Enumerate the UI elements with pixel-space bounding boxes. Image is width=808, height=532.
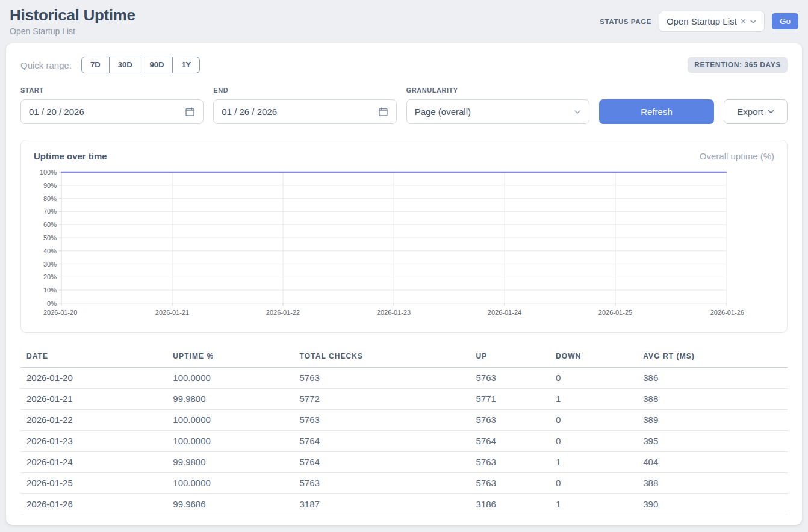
- table-row: 2026-01-2699.9686318731861390: [20, 494, 788, 515]
- start-date-input[interactable]: 01 / 20 / 2026: [20, 99, 204, 124]
- refresh-button[interactable]: Refresh: [599, 99, 714, 124]
- table-cell: 99.9800: [167, 389, 293, 410]
- status-page-label: STATUS PAGE: [600, 18, 651, 25]
- column-header-uptime: UPTIME %: [167, 347, 293, 368]
- chart-legend: Overall uptime (%): [700, 151, 774, 161]
- svg-text:90%: 90%: [43, 182, 57, 189]
- page-header: Historical Uptime Open Startup List STAT…: [0, 0, 808, 43]
- table-cell: 390: [637, 494, 788, 515]
- table-cell: 5763: [294, 410, 470, 431]
- table-cell: 389: [637, 410, 788, 431]
- table-cell: 0: [550, 368, 637, 389]
- export-button-label: Export: [737, 107, 763, 117]
- table-cell: 5763: [470, 473, 550, 494]
- table-cell: 3187: [294, 494, 470, 515]
- table-cell: 5764: [294, 452, 470, 473]
- table-cell: 1: [550, 389, 637, 410]
- quick-range-button-1y[interactable]: 1Y: [173, 57, 200, 73]
- calendar-icon[interactable]: [378, 107, 388, 117]
- table-header-row: DATEUPTIME %TOTAL CHECKSUPDOWNAVG RT (MS…: [20, 347, 788, 368]
- table-cell: 5764: [294, 431, 470, 452]
- column-header-date: DATE: [20, 347, 167, 368]
- table-cell: 5763: [470, 452, 550, 473]
- svg-text:2026-01-21: 2026-01-21: [155, 309, 189, 316]
- table-cell: 100.0000: [167, 410, 293, 431]
- table-cell: 100.0000: [167, 368, 293, 389]
- column-header-up: UP: [470, 347, 550, 368]
- end-date-value: 01 / 26 / 2026: [222, 107, 277, 117]
- retention-badge: RETENTION: 365 DAYS: [688, 57, 788, 73]
- table-row: 2026-01-23100.0000576457640395: [20, 431, 788, 452]
- table-cell: 5763: [294, 368, 470, 389]
- table-row: 2026-01-2199.9800577257711388: [20, 389, 788, 410]
- granularity-field-wrap: GRANULARITY Page (overall): [406, 87, 589, 124]
- table-cell: 5763: [470, 410, 550, 431]
- main-panel: Quick range: 7D30D90D1Y RETENTION: 365 D…: [6, 43, 802, 525]
- table-cell: 99.9800: [167, 452, 293, 473]
- table-cell: 5763: [294, 473, 470, 494]
- table-cell: 388: [637, 473, 788, 494]
- table-cell: 5772: [294, 389, 470, 410]
- svg-text:20%: 20%: [43, 273, 57, 280]
- start-date-value: 01 / 20 / 2026: [29, 107, 84, 117]
- column-header-total-checks: TOTAL CHECKS: [294, 347, 470, 368]
- table-cell: 2026-01-23: [20, 431, 167, 452]
- end-date-input[interactable]: 01 / 26 / 2026: [213, 99, 396, 124]
- table-cell: 2026-01-20: [20, 368, 167, 389]
- svg-text:80%: 80%: [43, 195, 57, 202]
- svg-text:2026-01-24: 2026-01-24: [488, 309, 521, 316]
- quick-range-button-7d[interactable]: 7D: [81, 57, 110, 73]
- calendar-icon[interactable]: [185, 107, 195, 117]
- svg-text:30%: 30%: [43, 261, 57, 268]
- table-row: 2026-01-22100.0000576357630389: [20, 410, 788, 431]
- svg-text:60%: 60%: [43, 221, 57, 228]
- svg-text:2026-01-20: 2026-01-20: [43, 309, 77, 316]
- uptime-line-chart: 0%10%20%30%40%50%60%70%80%90%100%2026-01…: [34, 165, 745, 329]
- table-row: 2026-01-25100.0000576357630388: [20, 473, 788, 494]
- table-cell: 5771: [470, 389, 550, 410]
- title-block: Historical Uptime Open Startup List: [10, 6, 135, 36]
- table-cell: 386: [637, 368, 788, 389]
- granularity-selected-value: Page (overall): [415, 107, 471, 117]
- end-field-wrap: END 01 / 26 / 2026: [213, 87, 396, 124]
- header-controls: STATUS PAGE Open Startup List × Go: [600, 11, 798, 32]
- table-row: 2026-01-2499.9800576457631404: [20, 452, 788, 473]
- table-cell: 2026-01-26: [20, 494, 167, 515]
- table-cell: 100.0000: [167, 473, 293, 494]
- quick-range-button-30d[interactable]: 30D: [110, 57, 141, 73]
- svg-text:2026-01-23: 2026-01-23: [377, 309, 411, 316]
- table-cell: 1: [550, 494, 637, 515]
- table-cell: 5764: [470, 431, 550, 452]
- granularity-select[interactable]: Page (overall): [406, 99, 589, 124]
- quick-range-label: Quick range:: [20, 60, 72, 70]
- table-cell: 2026-01-21: [20, 389, 167, 410]
- svg-text:10%: 10%: [43, 286, 57, 294]
- svg-text:2026-01-25: 2026-01-25: [598, 309, 632, 316]
- table-row: 2026-01-20100.0000576357630386: [20, 368, 788, 389]
- status-page-select[interactable]: Open Startup List ×: [659, 11, 765, 32]
- start-field-wrap: START 01 / 20 / 2026: [20, 87, 204, 124]
- chevron-down-icon: [750, 19, 757, 24]
- table-cell: 5763: [470, 368, 550, 389]
- svg-text:2026-01-26: 2026-01-26: [710, 309, 744, 316]
- table-cell: 2026-01-22: [20, 410, 167, 431]
- filter-form: START 01 / 20 / 2026 END 01 / 26 / 2026: [20, 87, 788, 124]
- svg-text:100%: 100%: [40, 169, 57, 176]
- status-page-selected-value: Open Startup List: [667, 16, 737, 26]
- table-cell: 388: [637, 389, 788, 410]
- svg-text:2026-01-22: 2026-01-22: [266, 309, 300, 316]
- export-button[interactable]: Export: [724, 99, 788, 124]
- granularity-label: GRANULARITY: [406, 87, 589, 94]
- table-cell: 404: [637, 452, 788, 473]
- chevron-down-icon: [574, 110, 581, 114]
- go-button[interactable]: Go: [772, 13, 798, 29]
- column-header-down: DOWN: [550, 347, 637, 368]
- table-cell: 1: [550, 452, 637, 473]
- clear-icon[interactable]: ×: [741, 17, 746, 26]
- table-cell: 3186: [470, 494, 550, 515]
- uptime-table: DATEUPTIME %TOTAL CHECKSUPDOWNAVG RT (MS…: [20, 347, 788, 515]
- svg-text:70%: 70%: [43, 208, 57, 215]
- quick-range-button-90d[interactable]: 90D: [141, 57, 173, 73]
- svg-text:40%: 40%: [43, 247, 57, 255]
- table-cell: 395: [637, 431, 788, 452]
